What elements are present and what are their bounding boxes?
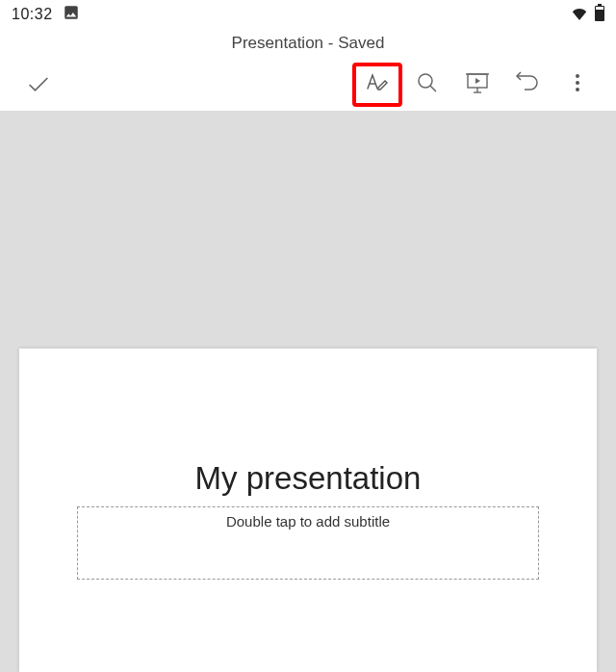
presentation-icon [465, 70, 490, 99]
more-button[interactable] [552, 63, 603, 107]
undo-button[interactable] [502, 63, 552, 107]
done-button[interactable] [13, 63, 64, 107]
slide[interactable]: My presentation Double tap to add subtit… [19, 349, 597, 672]
image-icon [63, 4, 80, 25]
battery-icon [595, 4, 604, 25]
svg-marker-10 [475, 78, 480, 84]
undo-icon [515, 70, 540, 99]
document-title: Presentation - Saved [232, 34, 385, 53]
svg-point-11 [576, 74, 579, 78]
svg-rect-1 [598, 4, 602, 6]
status-time: 10:32 [12, 6, 53, 23]
document-title-row: Presentation - Saved [0, 29, 616, 58]
status-bar: 10:32 [0, 0, 616, 29]
wifi-icon [570, 5, 589, 24]
present-button[interactable] [452, 63, 502, 107]
search-button[interactable] [402, 63, 452, 107]
subtitle-placeholder-text: Double tap to add subtitle [226, 513, 390, 579]
text-format-button[interactable] [352, 63, 402, 107]
toolbar [0, 58, 616, 112]
text-pen-icon [365, 70, 390, 99]
svg-point-12 [576, 81, 579, 85]
svg-point-4 [419, 74, 432, 88]
svg-point-13 [576, 88, 579, 91]
more-vertical-icon [566, 71, 589, 98]
svg-line-5 [430, 86, 436, 91]
slide-canvas[interactable]: My presentation Double tap to add subtit… [0, 112, 616, 672]
slide-title[interactable]: My presentation [195, 460, 422, 497]
search-icon [416, 71, 439, 98]
svg-rect-2 [596, 7, 603, 10]
slide-subtitle-placeholder[interactable]: Double tap to add subtitle [77, 506, 539, 580]
